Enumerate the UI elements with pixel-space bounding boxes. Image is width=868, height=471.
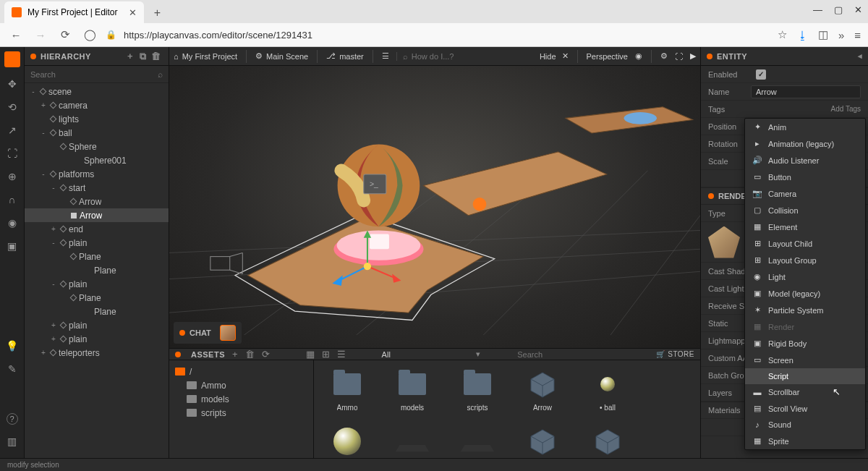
hierarchy-node[interactable]: -scene <box>25 85 169 98</box>
toggle-icon[interactable]: + <box>49 335 58 343</box>
hierarchy-node[interactable]: +plain <box>25 332 169 346</box>
component-menu-item[interactable]: ♪Sound <box>745 417 865 433</box>
hierarchy-search-input[interactable] <box>30 70 158 79</box>
component-menu-item[interactable]: ◉Light <box>745 268 865 285</box>
enabled-checkbox[interactable]: ✓ <box>756 69 766 80</box>
component-menu-popup[interactable]: ↖ ✦Anim▸Animation (legacy)🔊Audio Listene… <box>744 118 866 450</box>
hierarchy-node[interactable]: Plane <box>25 305 169 318</box>
component-menu-item[interactable]: ▬Scrollbar <box>745 384 865 400</box>
shield-icon[interactable]: ◯ <box>81 26 98 43</box>
edit-icon[interactable]: ✎ <box>6 362 19 375</box>
scale-tool-icon[interactable]: ↗ <box>6 124 19 137</box>
bulb-icon[interactable]: 💡 <box>6 339 19 352</box>
branch-crumb[interactable]: ⎇master <box>326 51 364 61</box>
hierarchy-node[interactable]: +camera <box>25 98 169 112</box>
hierarchy-node[interactable]: +end <box>25 222 169 236</box>
toggle-icon[interactable]: + <box>39 101 48 109</box>
toggle-icon[interactable]: - <box>49 280 58 288</box>
app-logo-icon[interactable] <box>4 51 20 67</box>
component-menu-item[interactable]: ⊞Layout Child <box>745 235 865 252</box>
camera-dropdown[interactable]: Perspective <box>587 52 628 61</box>
search-icon[interactable]: ⌕ <box>158 69 163 80</box>
bookmark-icon[interactable]: ☆ <box>778 28 787 41</box>
hierarchy-node[interactable]: Plane <box>25 250 169 263</box>
viewport[interactable]: >_ CHAT <box>169 66 700 348</box>
hierarchy-node[interactable]: lights <box>25 112 169 126</box>
library-icon[interactable]: ◫ <box>818 28 828 41</box>
hierarchy-node[interactable]: Sphere001 <box>25 153 169 167</box>
maximize-button[interactable]: ▢ <box>834 4 843 15</box>
hierarchy-node[interactable]: +plain <box>25 318 169 332</box>
component-menu-item[interactable]: ▣Model (legacy) <box>745 285 865 302</box>
new-tab-button[interactable]: + <box>147 3 167 23</box>
list-icon[interactable]: ☰ <box>382 51 389 61</box>
view-tool-icon[interactable]: ◉ <box>6 216 19 229</box>
address-bar[interactable]: https://playcanvas.com/editor/scene/1291… <box>124 30 770 41</box>
folder-item[interactable]: models <box>169 392 313 406</box>
reload-button[interactable]: ⟳ <box>56 26 74 43</box>
name-input[interactable] <box>751 85 861 98</box>
hierarchy-node[interactable]: Plane <box>25 291 169 305</box>
add-entity-button[interactable]: + <box>124 50 137 63</box>
asset-item[interactable]: • ball <box>586 368 629 412</box>
grid-large-icon[interactable]: ▦ <box>306 349 315 360</box>
project-crumb[interactable]: ⌂My First Project <box>174 52 237 61</box>
resize-tool-icon[interactable]: ⛶ <box>6 147 19 160</box>
component-menu-item[interactable]: ▦Element <box>745 218 865 235</box>
play-button[interactable]: ▶ <box>690 51 696 61</box>
hierarchy-node[interactable]: Arrow <box>25 195 169 208</box>
component-menu-item[interactable]: ⊞Layout Group <box>745 252 865 268</box>
toggle-icon[interactable]: - <box>39 129 48 137</box>
forward-button[interactable]: → <box>32 26 49 43</box>
toggle-icon[interactable]: - <box>49 184 58 192</box>
close-window-button[interactable]: ✕ <box>854 4 862 15</box>
delete-button[interactable]: 🗑 <box>150 50 163 63</box>
help-icon[interactable]: ? <box>7 413 18 425</box>
add-asset-button[interactable]: + <box>232 349 238 360</box>
assets-search-input[interactable] <box>517 350 618 359</box>
folder-root[interactable]: / <box>169 365 313 378</box>
duplicate-button[interactable]: ⧉ <box>137 50 150 63</box>
add-tags-button[interactable]: Add Tags <box>830 105 861 113</box>
component-menu-item[interactable]: Script <box>745 368 865 384</box>
component-menu-item[interactable]: 🔊Audio Listener <box>745 152 865 169</box>
world-tool-icon[interactable]: ⊕ <box>6 170 19 183</box>
component-menu-item[interactable]: ▭Screen <box>745 352 865 368</box>
toggle-icon[interactable]: + <box>49 225 58 233</box>
refresh-asset-button[interactable]: ⟳ <box>262 349 270 360</box>
filter-dropdown[interactable]: All <box>382 350 469 359</box>
component-menu-item[interactable]: ▦Sprite <box>745 433 865 449</box>
asset-item[interactable]: scripts <box>456 368 499 412</box>
store-button[interactable]: 🛒STORE <box>656 350 694 358</box>
toggle-icon[interactable]: + <box>39 349 48 357</box>
snap-tool-icon[interactable]: ∩ <box>6 193 19 206</box>
toggle-icon[interactable]: - <box>39 170 48 178</box>
browser-tab[interactable]: My First Project | Editor ✕ <box>4 1 144 23</box>
hierarchy-tree[interactable]: -scene+cameralights-ballSphereSphere001-… <box>25 83 169 471</box>
asset-item[interactable]: Arrow <box>521 368 564 412</box>
fullscreen-icon[interactable]: ⛶ <box>675 52 683 61</box>
component-menu-item[interactable]: ✦Anim <box>745 119 865 135</box>
overflow-icon[interactable]: » <box>838 29 844 41</box>
hierarchy-node[interactable]: Plane <box>25 263 169 277</box>
hierarchy-node[interactable]: -plain <box>25 236 169 250</box>
delete-asset-button[interactable]: 🗑 <box>245 349 255 360</box>
component-menu-item[interactable]: ▢Collision <box>745 202 865 218</box>
component-menu-item[interactable]: ▤Scroll View <box>745 400 865 417</box>
asset-grid[interactable]: AmmomodelsscriptsArrow• ball• ballendpla… <box>314 360 700 471</box>
minimize-button[interactable]: — <box>813 4 822 15</box>
list-view-icon[interactable]: ☰ <box>337 349 346 360</box>
scene-crumb[interactable]: ⚙Main Scene <box>255 51 308 61</box>
component-menu-item[interactable]: ▭Button <box>745 169 865 185</box>
component-menu-item[interactable]: ▣Rigid Body <box>745 335 865 352</box>
component-menu-item[interactable]: ▸Animation (legacy) <box>745 135 865 152</box>
hide-button[interactable]: Hide✕ <box>540 51 569 61</box>
terminal-icon[interactable]: ▥ <box>6 435 19 448</box>
back-button[interactable]: ← <box>7 26 25 43</box>
folder-item[interactable]: Ammo <box>169 378 313 392</box>
component-menu-item[interactable]: ✶Particle System <box>745 302 865 318</box>
settings-icon[interactable]: ⚙ <box>660 51 668 61</box>
chat-button[interactable]: CHAT <box>174 322 242 344</box>
collapse-inspector-icon[interactable]: ◂ <box>858 51 863 61</box>
toggle-icon[interactable]: + <box>49 321 58 329</box>
